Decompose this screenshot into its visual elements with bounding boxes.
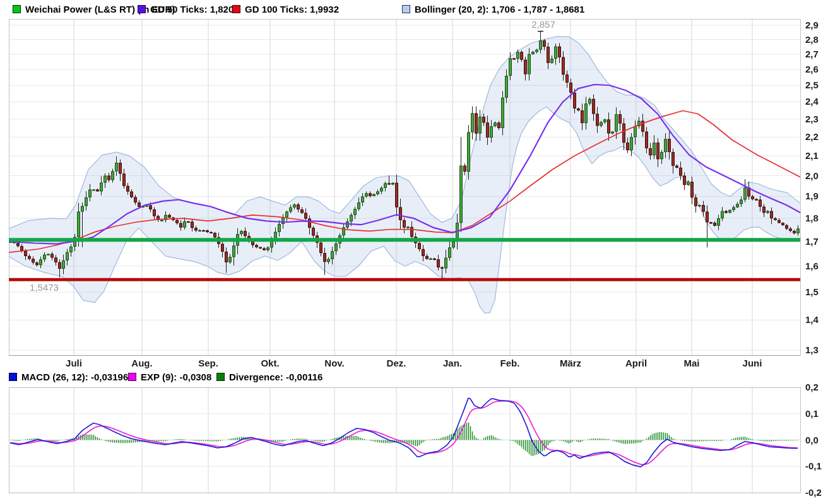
legend-bollinger-label: Bollinger (20, 2): 1,706 - 1,787 - 1,868… — [415, 4, 584, 15]
divergence-swatch-icon — [216, 373, 225, 381]
price-y-tick-label: 1,7 — [805, 236, 819, 247]
gd50-swatch-icon — [138, 5, 146, 13]
legend-item-exp[interactable]: EXP (9): -0,0308 — [128, 372, 211, 382]
legend-exp-label: EXP (9): -0,0308 — [141, 372, 211, 382]
price-y-tick-label: 1,9 — [805, 190, 819, 201]
legend-item-macd[interactable]: MACD (26, 12): -0,03196 — [9, 372, 128, 382]
legend-item-gd100[interactable]: GD 100 Ticks: 1,9932 — [232, 4, 339, 15]
price-y-tick-label: 2,1 — [805, 150, 819, 161]
legend-divergence-label: Divergence: -0,00116 — [229, 372, 322, 382]
exp-swatch-icon — [128, 373, 136, 381]
month-x-tick-label: Jan. — [443, 358, 462, 368]
price-y-tick-label: 2,9 — [805, 20, 819, 30]
price-y-tick-label: 1,8 — [805, 213, 819, 223]
month-x-tick-label: März — [560, 358, 581, 368]
chart-canvas — [0, 0, 828, 504]
bollinger-swatch-icon — [402, 5, 410, 13]
month-x-tick-label: April — [625, 358, 647, 368]
macd-y-tick-label: 0,2 — [805, 382, 819, 392]
price-y-tick-label: 1,5 — [805, 286, 819, 297]
legend-gd50-label: GD 50 Ticks: 1,8208 — [150, 4, 239, 15]
price-y-tick-label: 2,4 — [805, 96, 819, 107]
gd100-swatch-icon — [232, 5, 240, 13]
price-y-tick-label: 2,2 — [805, 131, 819, 142]
macd-y-tick-label: 0,0 — [805, 435, 819, 445]
legend-macd-label: MACD (26, 12): -0,03196 — [21, 372, 128, 382]
legend-item-bollinger[interactable]: Bollinger (20, 2): 1,706 - 1,787 - 1,868… — [402, 4, 584, 15]
price-y-tick-label: 2,8 — [805, 34, 819, 45]
high-price-annotation: 2,857 — [531, 19, 555, 30]
stock-chart-window: { "price_panel": { "legend": [ {"label":… — [0, 0, 828, 504]
month-x-tick-label: Juni — [743, 358, 762, 368]
legend-item-divergence[interactable]: Divergence: -0,00116 — [216, 372, 322, 382]
macd-swatch-icon — [9, 373, 17, 381]
price-y-tick-label: 2,3 — [805, 114, 819, 124]
instrument-swatch-icon — [13, 5, 21, 13]
price-y-tick-label: 1,3 — [805, 344, 819, 355]
price-y-tick-label: 2,0 — [805, 170, 819, 181]
month-x-tick-label: Okt. — [261, 358, 279, 368]
macd-y-tick-label: -0,1 — [805, 460, 822, 471]
macd-y-tick-label: -0,2 — [805, 487, 822, 498]
price-y-tick-label: 1,4 — [805, 314, 819, 325]
month-x-tick-label: Aug. — [131, 358, 152, 368]
month-x-tick-label: Feb. — [500, 358, 520, 368]
price-y-tick-label: 2,7 — [805, 49, 819, 59]
price-y-tick-label: 1,6 — [805, 261, 819, 271]
macd-y-tick-label: 0,1 — [805, 408, 819, 419]
month-x-tick-label: Sep. — [198, 358, 218, 368]
month-x-tick-label: Nov. — [324, 358, 344, 368]
legend-item-gd50[interactable]: GD 50 Ticks: 1,8208 — [138, 4, 239, 15]
support-price-annotation: 1,5473 — [30, 282, 59, 293]
month-x-tick-label: Juli — [66, 358, 82, 368]
price-y-tick-label: 2,5 — [805, 79, 819, 90]
legend-gd100-label: GD 100 Ticks: 1,9932 — [245, 4, 339, 15]
month-x-tick-label: Dez. — [387, 358, 406, 368]
price-y-tick-label: 2,6 — [805, 64, 819, 74]
month-x-tick-label: Mai — [683, 358, 699, 368]
